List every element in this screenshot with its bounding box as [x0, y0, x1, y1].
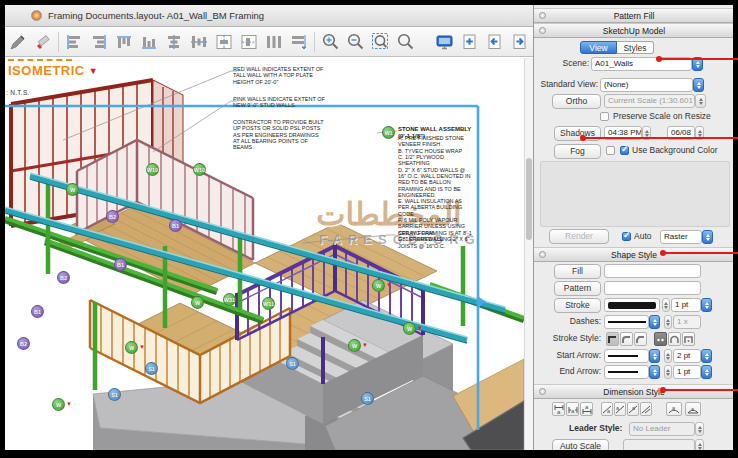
ortho-button[interactable]: Ortho: [552, 94, 601, 109]
auto-render-checkbox[interactable]: [622, 232, 631, 241]
render-mode-stepper[interactable]: [702, 230, 713, 244]
dim-arc-1-button[interactable]: a: [666, 402, 682, 416]
sketchup-model-header[interactable]: SketchUp Model: [534, 23, 733, 38]
center-horizontally-icon[interactable]: [164, 32, 184, 52]
zoom-selection-icon[interactable]: [370, 32, 390, 52]
dim-text-below-button[interactable]: a: [552, 402, 565, 416]
scene-stepper[interactable]: [692, 57, 703, 71]
zoom-in-icon[interactable]: [320, 32, 340, 52]
presentation-icon[interactable]: [435, 32, 455, 52]
dim-angle-4-button[interactable]: [640, 402, 652, 416]
shadow-time-field[interactable]: 04:38 PM: [604, 126, 642, 140]
end-arrow-dropdown[interactable]: [604, 365, 649, 379]
tab-styles[interactable]: Styles: [617, 41, 654, 54]
start-arrow-spin[interactable]: [649, 349, 660, 363]
scene-field[interactable]: A01_Walls: [591, 57, 692, 71]
scale-stepper[interactable]: [695, 94, 706, 108]
pattern-fill-header[interactable]: Pattern Fill: [534, 8, 733, 23]
start-size-spin[interactable]: [701, 349, 712, 363]
stroke-button[interactable]: Stroke: [554, 298, 601, 313]
align-left-icon[interactable]: [64, 32, 84, 52]
cap-round-button[interactable]: [668, 332, 681, 346]
previous-page-icon[interactable]: [485, 32, 505, 52]
distribute-vertically-icon[interactable]: [264, 32, 284, 52]
shadow-date-field[interactable]: 06/08: [667, 126, 695, 140]
end-size-dropdown[interactable]: 1 pt: [673, 365, 701, 379]
stroke-swatch[interactable]: [604, 298, 660, 312]
dimension-style-header[interactable]: Dimension Style: [534, 384, 733, 399]
collapse-toggle-icon[interactable]: [539, 388, 546, 395]
current-scale-dropdown[interactable]: Current Scale (1:30.6017): [604, 94, 695, 108]
join-miter-button[interactable]: [606, 332, 619, 346]
fill-swatch[interactable]: [604, 264, 701, 278]
dim-angle-1-button[interactable]: a: [601, 402, 613, 416]
add-page-icon[interactable]: [460, 32, 480, 52]
standard-view-dropdown[interactable]: (None): [600, 78, 693, 92]
stroke-width-stepper[interactable]: [662, 298, 670, 312]
zoom-icon[interactable]: [395, 32, 415, 52]
start-arrow-dropdown[interactable]: [604, 349, 649, 363]
stroke-width-dropdown[interactable]: 1 pt: [671, 298, 701, 312]
fill-button[interactable]: Fill: [554, 264, 601, 279]
callout-badge: S1: [361, 392, 374, 405]
leader-style-dropdown[interactable]: No Leader: [629, 422, 695, 436]
align-right-icon[interactable]: [89, 32, 109, 52]
dim-text-above-button[interactable]: a: [580, 402, 593, 416]
date-stepper[interactable]: [695, 126, 704, 140]
document-window: Framing Documents.layout- A01_Wall_BM Fr…: [5, 5, 533, 450]
dimension-scale-stepper[interactable]: [695, 439, 704, 450]
center-vertically-icon[interactable]: [189, 32, 209, 52]
fog-checkbox[interactable]: [606, 146, 615, 155]
next-page-icon[interactable]: [510, 32, 530, 52]
dim-text-center-button[interactable]: a: [566, 402, 579, 416]
shape-style-header[interactable]: Shape Style: [534, 247, 733, 262]
use-background-checkbox[interactable]: [620, 146, 629, 155]
dim-angle-3-button[interactable]: a: [627, 402, 639, 416]
cap-square-button[interactable]: [682, 332, 695, 346]
auto-scale-button[interactable]: Auto Scale: [552, 439, 609, 450]
dash-scale-dropdown[interactable]: 1 x: [673, 315, 701, 329]
align-bottom-icon[interactable]: [139, 32, 159, 52]
time-stepper[interactable]: [642, 126, 651, 140]
end-size-spin[interactable]: [701, 365, 712, 379]
dashes-dropdown[interactable]: [604, 315, 649, 329]
render-mode-dropdown[interactable]: Raster: [660, 230, 702, 244]
center-on-page-horizontal-icon[interactable]: [214, 32, 234, 52]
dim-angle-2-button[interactable]: a: [614, 402, 626, 416]
start-size-stepper[interactable]: [664, 349, 672, 363]
highlighter-icon[interactable]: [33, 32, 53, 52]
scrollbar-thumb[interactable]: [526, 158, 532, 240]
collapse-toggle-icon[interactable]: [539, 251, 546, 258]
cap-butt-button[interactable]: [654, 332, 667, 346]
preserve-scale-checkbox[interactable]: [600, 112, 609, 121]
dim-arc-2-button[interactable]: a: [685, 402, 701, 416]
pattern-swatch[interactable]: [604, 281, 701, 295]
end-size-stepper[interactable]: [664, 365, 672, 379]
dimension-scale-dropdown[interactable]: [623, 439, 695, 450]
collapse-toggle-icon[interactable]: [539, 12, 546, 19]
titlebar[interactable]: Framing Documents.layout- A01_Wall_BM Fr…: [5, 5, 533, 27]
drawing-canvas[interactable]: المخططات FARESCD.ORG ISOMETRIC ▼ : N.T.S…: [5, 58, 524, 450]
start-size-dropdown[interactable]: 2 pt: [673, 349, 701, 363]
leader-style-stepper[interactable]: [695, 422, 704, 436]
pen-icon[interactable]: [8, 32, 28, 52]
join-round-button[interactable]: [620, 332, 633, 346]
end-arrow-spin[interactable]: [649, 365, 660, 379]
standard-view-stepper[interactable]: [693, 78, 704, 92]
pattern-button[interactable]: Pattern: [554, 281, 601, 296]
stroke-width-spin[interactable]: [701, 298, 712, 312]
fog-button[interactable]: Fog: [554, 144, 601, 159]
dashes-spin[interactable]: [649, 315, 660, 329]
red-arrow-marker: ▼: [139, 344, 145, 350]
render-button[interactable]: Render: [549, 229, 609, 244]
vertical-scrollbar[interactable]: [524, 58, 533, 450]
tab-view[interactable]: View: [580, 41, 617, 54]
join-bevel-button[interactable]: [634, 332, 647, 346]
zoom-out-icon[interactable]: [345, 32, 365, 52]
align-top-icon[interactable]: [114, 32, 134, 52]
collapse-toggle-icon[interactable]: [539, 27, 546, 34]
distribute-horizontally-icon[interactable]: [289, 32, 309, 52]
dash-scale-stepper[interactable]: [664, 315, 672, 329]
center-on-page-vertical-icon[interactable]: [239, 32, 259, 52]
shadows-button[interactable]: Shadows: [554, 126, 601, 141]
